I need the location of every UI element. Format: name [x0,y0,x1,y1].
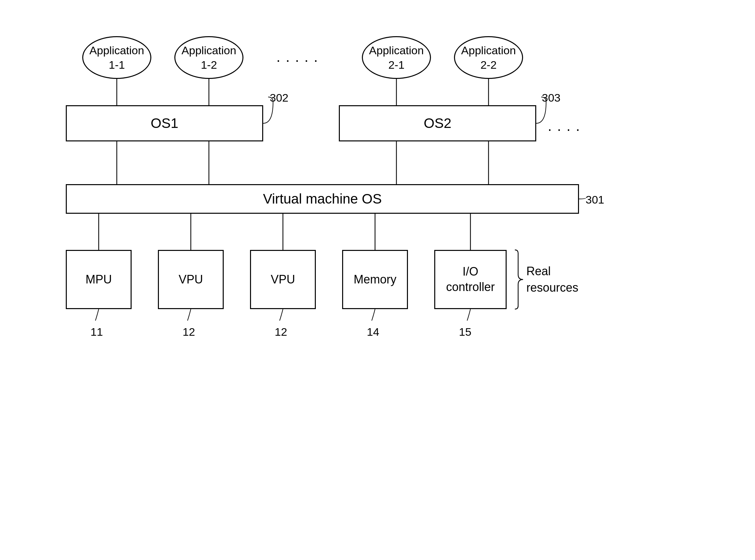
app-1-1: Application 1-1 [82,36,151,79]
ref-15-label: 15 [459,325,471,338]
io-box: I/Ocontroller [434,250,507,309]
memory-box: Memory [342,250,408,309]
mpu-box: MPU [66,250,132,309]
vpu2-box: VPU [250,250,316,309]
ref-12b-label: 12 [275,325,287,338]
app-2-1: Application2-1 [362,36,431,79]
ref-302-label: 302 [270,92,289,104]
ellipsis-apps: . . . . . [276,49,318,65]
diagram-container: Application 1-1 Application1-2 Applicati… [39,26,714,536]
ref-14-label: 14 [367,325,379,338]
real-resources-label: Realresources [526,263,578,296]
app-2-2: Application2-2 [454,36,523,79]
ref-12a-label: 12 [182,325,195,338]
ref-301-label: 301 [585,193,604,206]
vpu1-box: VPU [158,250,224,309]
app-1-2: Application1-2 [174,36,244,79]
ellipsis-os: . . . . [548,118,581,134]
os2-box: OS2 [339,105,536,141]
os1-box: OS1 [66,105,263,141]
ref-11-label: 11 [91,325,103,338]
vm-os-box: Virtual machine OS [66,184,579,214]
ref-303-label: 303 [542,92,561,104]
